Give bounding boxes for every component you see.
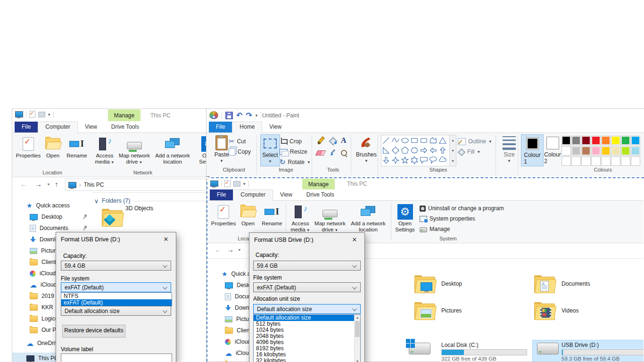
ribbon-properties-button[interactable]: Properties — [15, 135, 41, 160]
tile-folder-videos[interactable] — [534, 304, 555, 320]
manage-item[interactable]: Manage — [420, 225, 504, 233]
brushes-button[interactable]: Brushes▼ — [354, 134, 379, 165]
shape-callout-rectangle-button[interactable] — [419, 155, 429, 165]
dropdown-option[interactable]: NTFS — [61, 293, 172, 299]
dropdown-option[interactable]: 1024 bytes — [254, 327, 360, 333]
tab-view[interactable]: View — [262, 122, 289, 132]
ribbon-map-network-drive-button[interactable]: Map network drive ▼ — [118, 135, 151, 166]
tab-computer[interactable]: Computer — [233, 189, 273, 201]
scroll-down-icon[interactable]: ▼ — [355, 360, 360, 362]
qat-customize-icon[interactable]: ▾ — [243, 181, 246, 186]
palette-colour-swatch[interactable] — [611, 136, 620, 145]
cut-button[interactable]: ✂Cut — [229, 137, 246, 146]
palette-empty-swatch[interactable] — [591, 156, 601, 166]
scroll-down-icon[interactable]: ▼ — [451, 149, 454, 152]
shapes-scroll-strip[interactable]: ▲ ▼ ▼ — [449, 135, 456, 166]
palette-empty-swatch[interactable] — [571, 156, 581, 166]
new-folder-qat-icon[interactable] — [38, 112, 45, 117]
tab-view[interactable]: View — [78, 122, 104, 132]
restore-defaults-button[interactable]: Restore device defaults — [62, 325, 125, 337]
drive-icon[interactable] — [537, 343, 559, 354]
tab-drive-tools[interactable]: Drive Tools — [104, 122, 146, 132]
ribbon-map-network-drive-button[interactable]: Map network drive ▼ — [314, 203, 347, 234]
size-button[interactable]: Size▼ — [499, 134, 520, 165]
shape-callout-oval-button[interactable] — [429, 155, 438, 165]
folders-section-header[interactable]: Folders (7) — [102, 197, 130, 204]
dropdown-option[interactable]: 512 bytes — [254, 321, 360, 327]
uninstall-program-item[interactable]: Uninstall or change a program — [420, 205, 504, 212]
folders-section-chevron-icon[interactable]: ∨ — [94, 197, 99, 205]
ribbon-rename-button[interactable]: Rename — [259, 203, 285, 228]
tile-folder-documents[interactable] — [534, 277, 555, 293]
sidebar-item-quick-access[interactable]: ★Quick access — [12, 200, 92, 211]
close-icon[interactable]: ✕ — [345, 233, 364, 246]
ribbon-open-settings-button[interactable]: ⚙Open Settings — [196, 135, 206, 166]
palette-colour-swatch[interactable] — [601, 136, 611, 145]
shape-arrow-right-button[interactable] — [419, 145, 429, 155]
shape-rectangle-button[interactable] — [410, 135, 419, 145]
shape-triangle-button[interactable] — [438, 135, 447, 145]
scroll-up-icon[interactable]: ▲ — [451, 139, 454, 142]
properties-qat-icon[interactable] — [224, 180, 231, 187]
colour1-button[interactable]: Colour 1 — [521, 134, 544, 166]
palette-colour-swatch[interactable] — [611, 146, 620, 156]
filesystem-dropdown[interactable]: exFAT (Default) — [61, 282, 171, 292]
text-tool-button[interactable]: A — [341, 137, 347, 144]
shape-star-5-button[interactable] — [400, 155, 410, 165]
palette-empty-swatch[interactable] — [601, 156, 611, 166]
folder-label[interactable]: 3D Objects — [125, 205, 153, 212]
tab-computer[interactable]: Computer — [38, 122, 78, 133]
tile-label[interactable]: Documents — [561, 280, 590, 287]
system-properties-item[interactable]: System properties — [420, 215, 504, 222]
pencil-tool-button[interactable] — [316, 137, 324, 145]
copy-button[interactable]: Copy — [229, 147, 251, 156]
close-icon[interactable]: ✕ — [156, 232, 176, 246]
back-button[interactable]: ← — [215, 246, 222, 254]
new-folder-qat-icon[interactable] — [233, 181, 240, 187]
palette-colour-swatch[interactable] — [601, 146, 611, 156]
shape-arrow-down-button[interactable] — [381, 155, 391, 165]
tile-folder-pictures[interactable] — [414, 304, 435, 320]
dropdown-option[interactable]: 16 kilobytes — [254, 352, 360, 358]
palette-colour-swatch[interactable] — [571, 146, 581, 156]
ribbon-access-media-button[interactable]: Access media ▼ — [287, 203, 314, 234]
ribbon-access-media-button[interactable]: Access media ▼ — [91, 135, 118, 166]
palette-empty-swatch[interactable] — [561, 156, 571, 166]
shape-right-triangle-button[interactable] — [381, 145, 391, 155]
palette-colour-swatch[interactable] — [591, 136, 601, 145]
tile-label[interactable]: Desktop — [441, 280, 462, 287]
forward-button[interactable]: → — [227, 246, 234, 254]
shape-star-6-button[interactable] — [410, 155, 419, 165]
palette-empty-swatch[interactable] — [581, 156, 591, 166]
palette-colour-swatch[interactable] — [631, 136, 640, 145]
save-button[interactable] — [225, 112, 233, 119]
shape-polygon-button[interactable] — [429, 135, 438, 145]
tab-file[interactable]: File — [15, 122, 38, 132]
back-button[interactable]: ← — [20, 180, 27, 188]
ribbon-add-network-location-button[interactable]: Add a network location — [151, 135, 194, 166]
shape-oval-button[interactable] — [400, 135, 410, 145]
sidebar-item-desktop[interactable]: Desktop — [12, 211, 92, 222]
scrollbar-thumb[interactable] — [355, 321, 360, 337]
shapes-more-icon[interactable]: ▼ — [451, 159, 454, 163]
shape-arrow-up-button[interactable] — [438, 145, 447, 155]
rotate-button[interactable]: ↻Rotate ▼ — [280, 157, 311, 167]
qat-customize-icon[interactable]: ▾ — [48, 112, 50, 117]
allocation-dropdown[interactable]: Default allocation size — [61, 306, 171, 316]
palette-colour-swatch[interactable] — [571, 136, 581, 145]
recent-locations-chevron-icon[interactable]: ▼ — [47, 182, 50, 187]
ribbon-rename-button[interactable]: Rename — [64, 135, 90, 160]
shape-hexagon-button[interactable] — [410, 145, 419, 155]
palette-colour-swatch[interactable] — [621, 146, 630, 156]
shape-curve-button[interactable] — [391, 135, 400, 145]
tab-view[interactable]: View — [273, 189, 299, 200]
dropdown-option[interactable]: 4096 bytes — [254, 339, 360, 346]
outline-button[interactable]: Outline▼ — [458, 137, 492, 146]
palette-empty-swatch[interactable] — [611, 156, 620, 166]
colour2-button[interactable]: Colour 2 — [542, 134, 563, 165]
redo-button[interactable]: ↷ — [246, 112, 252, 119]
palette-colour-swatch[interactable] — [581, 136, 591, 145]
scrollbar[interactable]: ▲▼ — [354, 315, 360, 362]
palette-colour-swatch[interactable] — [591, 146, 601, 156]
tab-home[interactable]: Home — [232, 122, 262, 133]
